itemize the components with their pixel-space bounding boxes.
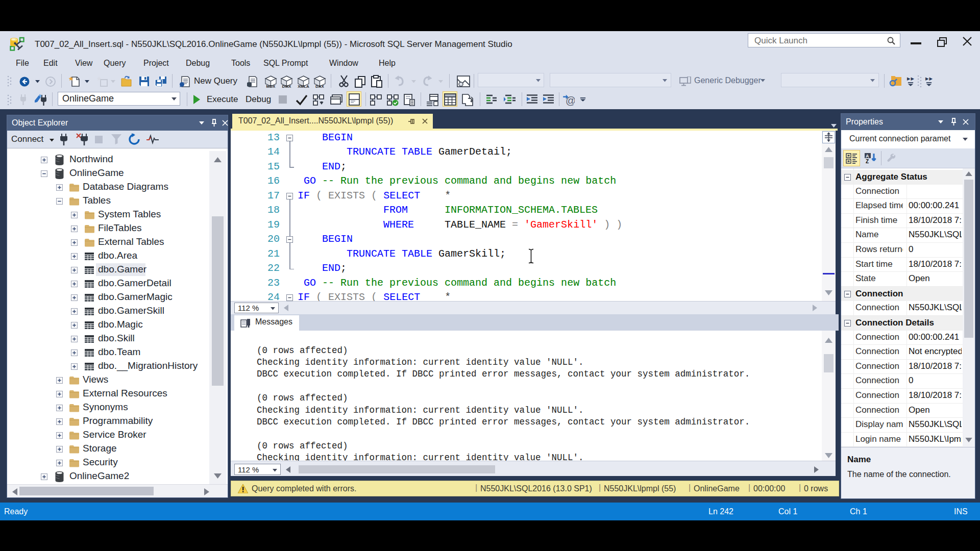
svg-text:MDX: MDX [266, 84, 276, 89]
svg-text:A: A [866, 154, 869, 159]
svg-text:Z: Z [866, 159, 869, 164]
svg-text:XMLA: XMLA [298, 84, 309, 89]
svg-text:DMX: DMX [282, 84, 291, 89]
svg-text:DAX: DAX [315, 84, 325, 89]
